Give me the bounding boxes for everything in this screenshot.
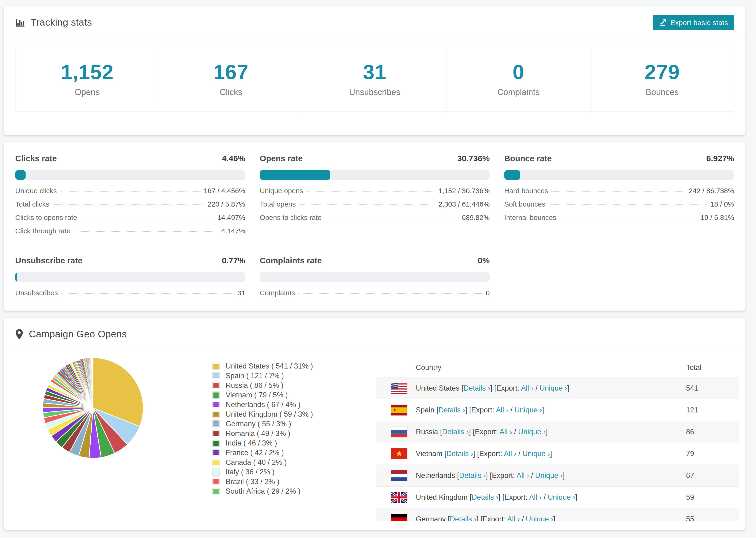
dotted-leader <box>298 293 482 294</box>
rate-detail-label: Unique opens <box>260 187 303 195</box>
rate-block-bounce-rate: Bounce rate6.927%Hard bounces242 / 86.73… <box>504 154 734 241</box>
rate-detail-label: Hard bounces <box>504 187 548 195</box>
export-unique-link[interactable]: Unique › <box>535 471 563 480</box>
details-link[interactable]: Details › <box>446 450 473 458</box>
legend-swatch-icon <box>212 411 220 418</box>
legend-item-canada: Canada ( 40 / 2% ) <box>212 457 313 467</box>
legend-label: Spain ( 121 / 7% ) <box>226 372 284 380</box>
geo-opens-pie-chart[interactable] <box>39 354 147 462</box>
rate-detail-value: 1,152 / 30.736% <box>438 187 490 195</box>
rate-progress-fill <box>504 170 520 180</box>
legend-item-united-states: United States ( 541 / 31% ) <box>212 361 313 371</box>
rate-head: Clicks rate4.46% <box>15 154 245 163</box>
legend-item-south-africa: South Africa ( 29 / 2% ) <box>212 486 313 496</box>
geo-table-row-nl: Netherlands [Details ›] [Export: All › /… <box>376 464 739 486</box>
stat-tile-complaints: 0Complaints <box>447 46 590 111</box>
rate-title: Unsubscribe rate <box>15 256 82 265</box>
map-pin-icon <box>15 329 23 340</box>
legend-label: Netherlands ( 67 / 4% ) <box>226 401 300 409</box>
geo-table-body: United States [Details ›] [Export: All ›… <box>376 377 739 521</box>
tracking-card-title: Tracking stats <box>15 17 92 28</box>
legend-label: Brazil ( 33 / 2% ) <box>226 477 279 486</box>
campaign-geo-opens-card: Campaign Geo Opens United States ( 541 /… <box>4 317 746 530</box>
export-button-label: Export basic stats <box>670 19 728 27</box>
country-total: 59 <box>686 493 694 502</box>
rate-detail-label: Internal bounces <box>504 214 557 222</box>
legend-swatch-icon <box>212 363 220 370</box>
legend-item-italy: Italy ( 36 / 2% ) <box>212 467 313 477</box>
tracking-card-header: Tracking stats Export basic stats <box>4 6 745 39</box>
legend-swatch-icon <box>212 468 220 476</box>
legend-swatch-icon <box>212 382 220 389</box>
rate-detail-row: Unique clicks167 / 4.456% <box>15 187 245 200</box>
rate-detail-row: Complaints0 <box>260 289 490 302</box>
legend-swatch-icon <box>212 372 220 379</box>
export-all-link[interactable]: All › <box>504 450 516 458</box>
geo-table-row-us: United States [Details ›] [Export: All ›… <box>376 377 739 399</box>
rate-detail-value: 18 / 0% <box>710 200 734 208</box>
rate-detail-label: Opens to clicks rate <box>260 214 321 222</box>
rate-detail-row: Internal bounces19 / 6.81% <box>504 214 734 227</box>
rate-title: Complaints rate <box>260 256 322 265</box>
stat-label: Opens <box>75 87 100 97</box>
export-all-link[interactable]: All › <box>496 406 508 414</box>
stat-tile-opens: 1,152Opens <box>16 46 159 111</box>
legend-swatch-icon <box>212 420 220 427</box>
geo-table-row-ru: Russia [Details ›] [Export: All › / Uniq… <box>376 421 739 443</box>
stat-label: Bounces <box>646 87 678 97</box>
export-basic-stats-button[interactable]: Export basic stats <box>653 15 734 30</box>
stat-tile-bounces: 279Bounces <box>590 46 734 111</box>
export-unique-link[interactable]: Unique › <box>518 428 546 436</box>
rate-detail-value: 689.82% <box>462 214 490 222</box>
dotted-leader <box>61 293 234 294</box>
details-link[interactable]: Details › <box>439 406 465 414</box>
export-unique-link[interactable]: Unique › <box>514 406 542 414</box>
export-unique-link[interactable]: Unique › <box>526 515 553 521</box>
legend-label: Canada ( 40 / 2% ) <box>226 458 287 467</box>
flag-nl-icon <box>391 470 407 481</box>
rate-detail-label: Clicks to opens rate <box>15 214 77 222</box>
rate-progress-bar <box>260 272 490 282</box>
country-name: Germany <box>416 515 446 521</box>
rate-detail-value: 220 / 5.87% <box>207 200 245 208</box>
details-link[interactable]: Details › <box>450 515 477 521</box>
legend-swatch-icon <box>212 459 220 466</box>
details-link[interactable]: Details › <box>459 471 486 480</box>
export-all-link[interactable]: All › <box>521 384 533 392</box>
rate-detail-label: Total opens <box>260 200 296 208</box>
rate-detail-value: 4.147% <box>221 227 245 235</box>
export-all-link[interactable]: All › <box>516 471 529 480</box>
stat-value: 279 <box>645 60 680 84</box>
rate-head: Complaints rate0% <box>260 256 490 265</box>
rate-title: Opens rate <box>260 154 303 163</box>
legend-item-brazil: Brazil ( 33 / 2% ) <box>212 477 313 486</box>
export-unique-link[interactable]: Unique › <box>522 450 550 458</box>
dotted-leader <box>325 218 459 218</box>
stat-value: 1,152 <box>61 60 114 84</box>
legend-swatch-icon <box>212 401 220 408</box>
export-unique-link[interactable]: Unique › <box>548 493 575 501</box>
rate-progress-bar <box>260 170 490 180</box>
details-link[interactable]: Details › <box>463 384 490 392</box>
export-all-link[interactable]: All › <box>507 515 519 521</box>
export-unique-link[interactable]: Unique › <box>540 384 567 392</box>
country-total: 86 <box>686 428 694 436</box>
dotted-leader <box>551 191 685 191</box>
legend-item-vietnam: Vietnam ( 79 / 5% ) <box>212 390 313 400</box>
rate-detail-value: 14.497% <box>217 214 245 222</box>
flag-de-icon <box>391 514 407 521</box>
details-link[interactable]: Details › <box>442 428 469 436</box>
tracking-stats-card: Tracking stats Export basic stats 1,152O… <box>4 6 746 135</box>
rate-block-unsubscribe-rate: Unsubscribe rate0.77%Unsubscribes31 <box>15 256 245 302</box>
legend-label: France ( 42 / 2% ) <box>226 449 284 457</box>
country-column-header: Country <box>416 363 441 372</box>
dotted-leader <box>80 218 214 218</box>
dotted-leader <box>560 218 697 218</box>
geo-pie-legend: United States ( 541 / 31% )Spain ( 121 /… <box>212 361 313 496</box>
details-link[interactable]: Details › <box>472 493 499 501</box>
stat-label: Clicks <box>220 87 242 97</box>
country-name: United States <box>416 384 459 392</box>
rate-detail-label: Unique clicks <box>15 187 57 195</box>
export-all-link[interactable]: All › <box>529 493 541 501</box>
export-all-link[interactable]: All › <box>500 428 512 436</box>
